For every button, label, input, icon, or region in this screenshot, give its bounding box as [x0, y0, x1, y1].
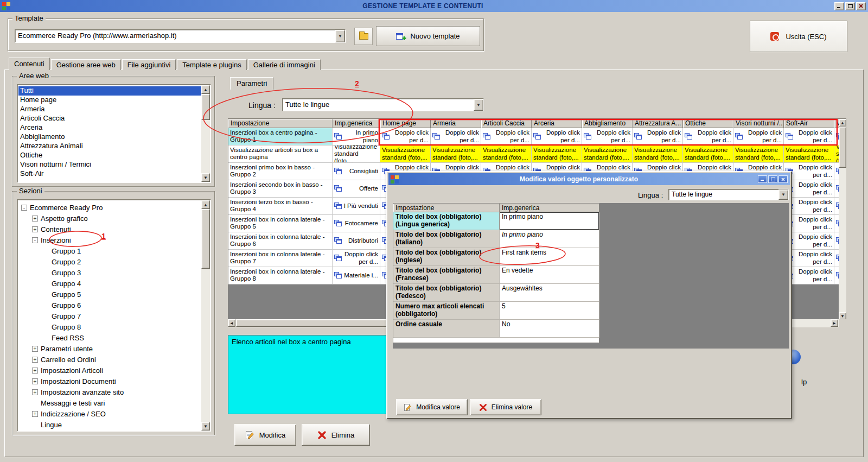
- tree-item-feed-rss[interactable]: Feed RSS: [18, 332, 201, 343]
- generic-value-cell[interactable]: Materiale i...: [333, 267, 380, 284]
- modal-setting-name-cell[interactable]: Ordine casuale: [393, 320, 500, 338]
- close-button[interactable]: [778, 175, 788, 183]
- scroll-up-icon[interactable]: ▲: [201, 200, 210, 209]
- scroll-down-icon[interactable]: ▼: [201, 422, 210, 431]
- modal-lingua-combobox[interactable]: Tutte le lingue ▼: [668, 189, 789, 200]
- sezioni-scrollbar[interactable]: ▲ ▼: [201, 200, 210, 431]
- tab-template-e-plugins[interactable]: Template e plugins: [177, 59, 246, 70]
- modify-value-button[interactable]: Modifica valore: [396, 399, 468, 415]
- setting-name-cell[interactable]: Inserzioni box in colonna laterale - Gru…: [228, 250, 333, 267]
- scrollbar-thumb[interactable]: [839, 126, 846, 168]
- modal-setting-value-cell[interactable]: In primo piano: [500, 212, 599, 230]
- area-value-cell[interactable]: Visualizzazione standard (foto,...: [532, 145, 582, 163]
- generic-value-cell[interactable]: In primo piano: [333, 128, 380, 145]
- new-template-button[interactable]: Nuovo template: [376, 26, 480, 46]
- tab-contenuti[interactable]: Contenuti: [9, 58, 50, 70]
- expand-icon[interactable]: +: [32, 357, 38, 363]
- scroll-down-icon[interactable]: ▼: [201, 173, 210, 182]
- expand-icon[interactable]: +: [32, 389, 38, 395]
- area-value-cell[interactable]: Doppio click per d...: [582, 128, 633, 145]
- tab-parametri[interactable]: Parametri: [230, 77, 273, 90]
- setting-name-cell[interactable]: Inserzioni terzo box in basso - Gruppo 4: [228, 198, 333, 215]
- list-item-arceria[interactable]: Arceria: [18, 123, 201, 132]
- modify-button[interactable]: Modifica: [234, 424, 296, 446]
- column-header-armeria[interactable]: Armeria: [431, 119, 481, 128]
- scroll-up-icon[interactable]: ▲: [839, 119, 846, 126]
- column-header-soft-air[interactable]: Soft-Air: [784, 119, 834, 128]
- open-folder-button[interactable]: [354, 28, 373, 45]
- area-value-cell[interactable]: Doppio click per d...: [380, 128, 431, 145]
- area-value-cell[interactable]: Visualizzazione standard (foto,...: [582, 145, 633, 163]
- generic-value-cell[interactable]: Consigliati: [333, 163, 380, 180]
- dropdown-arrow-icon[interactable]: ▼: [778, 189, 788, 200]
- setting-name-cell[interactable]: Visualizzazione articoli su box a centro…: [228, 145, 333, 163]
- expand-icon[interactable]: +: [32, 411, 38, 417]
- generic-value-cell[interactable]: Distributori: [333, 232, 380, 250]
- generic-value-cell[interactable]: Offerte: [333, 180, 380, 198]
- column-header-articoli-caccia[interactable]: Articoli Caccia: [481, 119, 532, 128]
- column-header-impostazione[interactable]: Impostazione: [228, 119, 333, 128]
- modal-setting-value-cell[interactable]: First rank items: [500, 248, 599, 266]
- area-value-cell[interactable]: Visualizzazione standard (foto,...: [431, 145, 481, 163]
- modal-setting-name-cell[interactable]: Titolo del box (obbligatorio) (Francese): [393, 266, 500, 284]
- tree-item-gruppo-1[interactable]: Gruppo 1: [18, 245, 201, 256]
- tree-item-gruppo-7[interactable]: Gruppo 7: [18, 311, 201, 321]
- list-item-soft-air[interactable]: Soft-Air: [18, 169, 201, 179]
- expand-icon[interactable]: +: [32, 346, 38, 352]
- modal-setting-value-cell[interactable]: 5: [500, 302, 599, 320]
- list-item-armeria[interactable]: Armeria: [18, 105, 201, 114]
- delete-button[interactable]: Elimina: [302, 424, 370, 446]
- area-value-cell[interactable]: Doppio click per d...: [784, 128, 834, 145]
- setting-name-cell[interactable]: Inserzioni box a centro pagina - Gruppo …: [228, 128, 333, 145]
- modal-setting-name-cell[interactable]: Numero max articoli elencati (obbligator…: [393, 302, 500, 320]
- setting-name-cell[interactable]: Inserzioni box in colonna laterale - Gru…: [228, 267, 333, 284]
- tree-item-gruppo-8[interactable]: Gruppo 8: [18, 321, 201, 332]
- areeweb-scrollbar[interactable]: ▲ ▼: [201, 85, 210, 182]
- modal-setting-name-cell[interactable]: Titolo del box (obbligatorio) (Lingua ge…: [393, 212, 500, 230]
- generic-value-cell[interactable]: I Più venduti: [333, 198, 380, 215]
- column-header-arceria[interactable]: Arceria: [532, 119, 582, 128]
- modal-setting-value-cell[interactable]: In primo piano: [500, 230, 599, 248]
- collapse-icon[interactable]: -: [32, 237, 38, 243]
- list-item-articoli-caccia[interactable]: Articoli Caccia: [18, 114, 201, 123]
- column-header-ottiche[interactable]: Ottiche: [683, 119, 733, 128]
- expand-icon[interactable]: +: [32, 368, 38, 374]
- tree-item-impostazioni-articoli[interactable]: +Impostazioni Articoli: [18, 365, 201, 376]
- list-item-ottiche[interactable]: Ottiche: [18, 151, 201, 160]
- area-value-cell[interactable]: Doppio click per d...: [431, 128, 481, 145]
- expand-icon[interactable]: +: [32, 226, 38, 232]
- area-value-cell[interactable]: Visualizzazione standard (foto,...: [633, 145, 683, 163]
- list-item-attrezzatura-animali[interactable]: Attrezzatura Animali: [18, 142, 201, 151]
- modal-setting-name-cell[interactable]: Titolo del box (obbligatorio) (Inglese): [393, 248, 500, 266]
- tree-item-ecommerce-ready-pro[interactable]: -Ecommerce Ready Pro: [18, 202, 201, 213]
- tree-item-parametri-utente[interactable]: +Parametri utente: [18, 343, 201, 354]
- setting-name-cell[interactable]: Inserzioni secondo box in basso - Gruppo…: [228, 180, 333, 198]
- column-header-attrezzatura-a[interactable]: Attrezzatura A...: [633, 119, 683, 128]
- tree-item-contenuti[interactable]: +Contenuti: [18, 224, 201, 235]
- area-value-cell[interactable]: Doppio click per d...: [532, 128, 582, 145]
- modal-column-header-impostazione[interactable]: Impostazione: [393, 204, 500, 212]
- close-button[interactable]: [856, 2, 866, 10]
- list-item-abbigliamento[interactable]: Abbigliamento: [18, 132, 201, 142]
- list-item-home-page[interactable]: Home page: [18, 96, 201, 105]
- setting-name-cell[interactable]: Inserzioni box in colonna laterale - Gru…: [228, 215, 333, 232]
- area-value-cell[interactable]: Visualizzazione standard (foto,...: [380, 145, 431, 163]
- generic-value-cell[interactable]: Fotocamere: [333, 215, 380, 232]
- area-value-cell[interactable]: Doppio click per d...: [683, 128, 733, 145]
- minimize-button[interactable]: [758, 175, 767, 183]
- area-value-cell[interactable]: Doppio click per d...: [733, 128, 784, 145]
- generic-value-cell[interactable]: Doppio click per d...: [333, 250, 380, 267]
- lingua-combobox[interactable]: Tutte le lingue ▼: [282, 98, 484, 111]
- titlebar[interactable]: GESTIONE TEMPLATE E CONTENUTI: [0, 0, 868, 12]
- dropdown-arrow-icon[interactable]: ▼: [474, 99, 483, 111]
- area-value-cell[interactable]: Doppio click per d...: [633, 128, 683, 145]
- setting-name-cell[interactable]: Inserzioni primo box in basso - Gruppo 2: [228, 163, 333, 180]
- list-item-tutti[interactable]: Tutti: [18, 86, 201, 96]
- template-combobox[interactable]: Ecommerce Ready Pro (http://www.armerias…: [15, 29, 346, 43]
- collapse-icon[interactable]: -: [21, 205, 27, 211]
- tree-item-inserzioni[interactable]: -Inserzioni: [18, 235, 201, 245]
- scroll-right-icon[interactable]: ►: [831, 319, 838, 327]
- tree-item-gruppo-3[interactable]: Gruppo 3: [18, 267, 201, 278]
- column-header-home-page[interactable]: Home page: [380, 119, 431, 128]
- help-button-label-partial[interactable]: lp: [801, 378, 807, 386]
